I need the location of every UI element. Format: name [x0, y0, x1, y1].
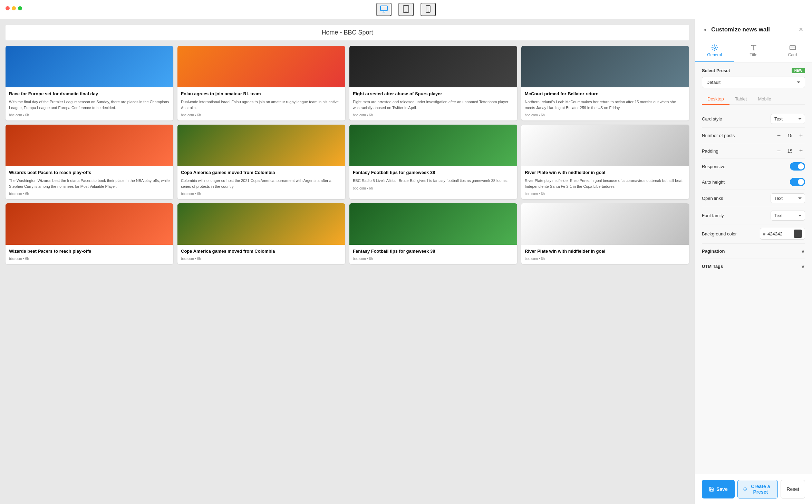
- card-description: River Plate play midfielder Enzo Perez i…: [525, 178, 686, 189]
- save-label: Save: [716, 486, 728, 492]
- color-input-row: #: [760, 228, 805, 240]
- card-image: [177, 46, 345, 87]
- open-links-label: Open links: [702, 196, 723, 201]
- auto-height-row: Auto height: [702, 174, 805, 190]
- mobile-view-button[interactable]: [420, 3, 436, 16]
- card-style-label: Card style: [702, 116, 722, 122]
- card-meta: bbc.com • 6h: [9, 192, 170, 196]
- news-card[interactable]: River Plate win with midfielder in goal …: [521, 125, 689, 199]
- pagination-header[interactable]: Pagination ∨: [702, 248, 805, 254]
- maximize-dot[interactable]: [18, 6, 22, 10]
- tablet-view-button[interactable]: [398, 3, 414, 16]
- card-image: [177, 125, 345, 166]
- padding-row: Padding − 15 +: [702, 143, 805, 159]
- device-tab-tablet[interactable]: Tablet: [729, 94, 753, 104]
- card-title: River Plate win with midfielder in goal: [525, 169, 686, 176]
- card-meta: bbc.com • 6h: [353, 113, 514, 117]
- card-meta: bbc.com • 6h: [181, 113, 342, 117]
- background-color-input[interactable]: [767, 231, 792, 236]
- tab-title[interactable]: Title: [734, 40, 773, 62]
- card-content: Wizards beat Pacers to reach play-offs b…: [6, 245, 173, 264]
- save-icon: [709, 486, 714, 492]
- news-card[interactable]: Wizards beat Pacers to reach play-offs b…: [6, 203, 173, 264]
- card-title: Race for Europe set for dramatic final d…: [9, 91, 170, 97]
- svg-point-7: [714, 47, 715, 49]
- card-image: [6, 46, 173, 87]
- pagination-arrow: ∨: [801, 248, 805, 254]
- news-card[interactable]: Wizards beat Pacers to reach play-offs T…: [6, 125, 173, 199]
- create-preset-button[interactable]: Create a Preset: [737, 480, 778, 498]
- panel-tabs: General Title Card: [695, 40, 812, 62]
- tab-card-label: Card: [788, 52, 797, 57]
- card-meta: bbc.com • 6h: [353, 257, 514, 261]
- card-image: [349, 46, 517, 87]
- close-dot[interactable]: [6, 6, 10, 10]
- background-color-label: Background color: [702, 231, 737, 236]
- padding-value: 15: [786, 148, 793, 154]
- utm-tags-section: UTM Tags ∨: [702, 259, 805, 274]
- card-style-dropdown[interactable]: Text Image Card: [771, 114, 805, 124]
- news-card[interactable]: Eight arrested after abuse of Spurs play…: [349, 46, 517, 120]
- reset-button[interactable]: Reset: [781, 480, 805, 498]
- news-card[interactable]: McCourt primed for Bellator return North…: [521, 46, 689, 120]
- news-card[interactable]: Folau agrees to join amateur RL team Dua…: [177, 46, 345, 120]
- preset-select[interactable]: Default Preset 1 Preset 2: [702, 77, 805, 88]
- card-content: McCourt primed for Bellator return North…: [521, 87, 689, 120]
- tab-title-label: Title: [750, 52, 757, 57]
- padding-decrease[interactable]: −: [775, 147, 783, 155]
- utm-tags-header[interactable]: UTM Tags ∨: [702, 263, 805, 270]
- card-image: [521, 46, 689, 87]
- font-family-dropdown[interactable]: Text Arial Georgia: [771, 211, 805, 221]
- news-card[interactable]: Fantasy Football tips for gameweek 38 bb…: [349, 203, 517, 264]
- hash-symbol: #: [763, 231, 765, 236]
- device-tab-desktop[interactable]: Desktop: [702, 94, 729, 105]
- save-button[interactable]: Save: [702, 480, 735, 498]
- card-content: Copa America games moved from Colombia b…: [177, 245, 345, 264]
- card-image: [521, 125, 689, 166]
- device-tabs: Desktop Tablet Mobile: [702, 94, 805, 105]
- background-color-row: Background color #: [702, 224, 805, 243]
- tab-general[interactable]: General: [695, 40, 734, 62]
- card-description: Northern Ireland's Leah McCourt makes he…: [525, 99, 686, 110]
- color-swatch[interactable]: [794, 230, 802, 238]
- news-card[interactable]: Copa America games moved from Colombia C…: [177, 125, 345, 199]
- card-title: Wizards beat Pacers to reach play-offs: [9, 248, 170, 254]
- news-grid: Race for Europe set for dramatic final d…: [6, 46, 689, 264]
- card-title: Eight arrested after abuse of Spurs play…: [353, 91, 514, 97]
- create-preset-label: Create a Preset: [749, 484, 772, 495]
- tab-card[interactable]: Card: [773, 40, 812, 62]
- desktop-view-button[interactable]: [376, 3, 392, 16]
- card-title: McCourt primed for Bellator return: [525, 91, 686, 97]
- select-preset-label: Select Preset: [702, 68, 730, 73]
- news-card[interactable]: Race for Europe set for dramatic final d…: [6, 46, 173, 120]
- panel-close-button[interactable]: ×: [797, 25, 805, 34]
- responsive-row: Responsive: [702, 159, 805, 174]
- svg-rect-0: [380, 6, 387, 11]
- number-of-posts-decrease[interactable]: −: [775, 131, 783, 139]
- card-style-row: Card style Text Image Card: [702, 110, 805, 128]
- panel-collapse-button[interactable]: »: [702, 25, 708, 34]
- card-description: With the final day of the Premier League…: [9, 99, 170, 110]
- padding-increase[interactable]: +: [797, 147, 805, 155]
- news-card[interactable]: River Plate win with midfielder in goal …: [521, 203, 689, 264]
- open-links-dropdown[interactable]: Text New Tab Same Tab: [771, 193, 805, 203]
- card-image: [6, 203, 173, 245]
- auto-height-toggle[interactable]: [790, 178, 805, 186]
- news-card[interactable]: Copa America games moved from Colombia b…: [177, 203, 345, 264]
- number-of-posts-stepper: − 15 +: [775, 131, 805, 139]
- device-tab-mobile[interactable]: Mobile: [752, 94, 776, 104]
- svg-rect-10: [790, 46, 795, 50]
- responsive-toggle[interactable]: [790, 162, 805, 171]
- number-of-posts-row: Number of posts − 15 +: [702, 128, 805, 143]
- number-of-posts-value: 15: [786, 133, 793, 138]
- card-title: Fantasy Football tips for gameweek 38: [353, 248, 514, 254]
- card-title: Copa America games moved from Colombia: [181, 169, 342, 176]
- card-content: River Plate win with midfielder in goal …: [521, 245, 689, 264]
- news-card[interactable]: Fantasy Football tips for gameweek 38 BB…: [349, 125, 517, 199]
- minimize-dot[interactable]: [12, 6, 16, 10]
- padding-stepper: − 15 +: [775, 147, 805, 155]
- responsive-label: Responsive: [702, 164, 725, 169]
- number-of-posts-increase[interactable]: +: [797, 131, 805, 139]
- number-of-posts-label: Number of posts: [702, 133, 735, 138]
- card-meta: bbc.com • 6h: [9, 113, 170, 117]
